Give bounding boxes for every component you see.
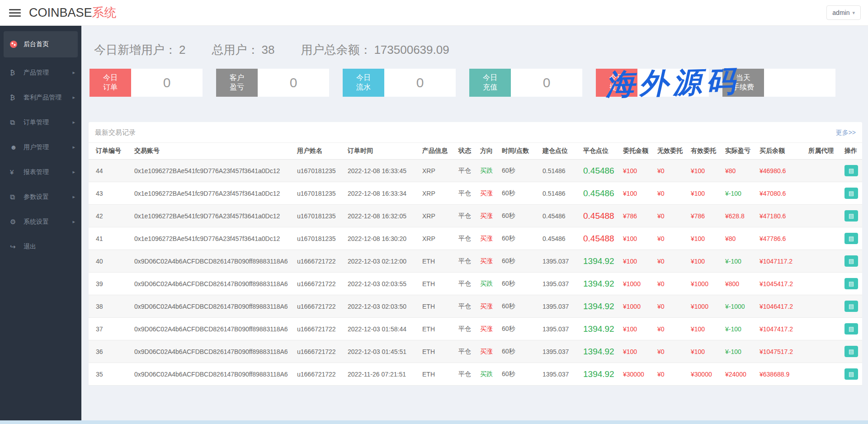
detail-button[interactable]: ▤ [844,346,858,357]
column-header: 平仓点位 [580,143,620,160]
files-icon: ⧉ [10,118,21,127]
cell-duration: 60秒 [499,227,540,250]
panel-title: 最新交易记录 [95,128,136,137]
cell-actions: ▤ [842,250,862,273]
detail-button[interactable]: ▤ [844,368,858,380]
cell-duration: 60秒 [499,182,540,205]
cell-profit: ¥80 [722,160,757,182]
detail-button[interactable]: ▤ [844,301,858,312]
cell-invalid-amount: ¥0 [655,182,688,205]
hamburger-menu-icon[interactable] [9,9,21,17]
cell-duration: 60秒 [499,295,540,318]
cell-username: u1666721722 [294,340,345,363]
cell-valid-amount: ¥100 [688,160,722,182]
cell-account: 0x1e1096272BAe541fc9D776A23f457f3641a0Dc… [132,182,294,205]
gears-icon: ⚙ [10,218,21,226]
detail-button[interactable]: ▤ [844,278,858,289]
table-row: 360x9D06C02A4b6ACFDBCD826147B090ff898831… [89,340,862,363]
detail-button[interactable]: ▤ [844,210,858,221]
stat-card-label: 当天 手续费 [722,69,764,97]
sidebar-item-users[interactable]: ☻用户管理▸ [0,135,81,160]
detail-button[interactable]: ▤ [844,165,858,176]
cell-agent [806,227,842,250]
cell-username: u1670181235 [294,205,345,227]
cell-open-price: 1395.037 [540,295,580,318]
cell-order-id: 39 [89,273,132,295]
sidebar-item-label: 退出 [24,243,36,251]
user-dropdown[interactable]: admin ▾ [826,5,861,20]
column-header: 状态 [456,143,477,160]
cell-product: ETH [420,340,456,363]
cell-invalid-amount: ¥0 [655,318,688,340]
sidebar-item-arbitrage-products[interactable]: ₿套利产品管理▸ [0,85,81,110]
cell-invalid-amount: ¥0 [655,363,688,386]
cell-profit: ¥800 [722,273,757,295]
table-row: 400x9D06C02A4b6ACFDBCD826147B090ff898831… [89,250,862,273]
cell-order-time: 2022-12-08 16:30:20 [345,227,420,250]
cell-open-price: 0.51486 [540,182,580,205]
user-icon: ☻ [10,143,21,151]
cell-valid-amount: ¥100 [688,340,722,363]
stat-card-today-withdraw: 今日 提现 [596,69,709,97]
table-row: 350x9D06C02A4b6ACFDBCD826147B090ff898831… [89,363,862,386]
cell-actions: ▤ [842,273,862,295]
cell-invalid-amount: ¥0 [655,227,688,250]
cell-balance: ¥1046417.2 [757,295,806,318]
cell-order-time: 2022-12-03 02:03:55 [345,273,420,295]
cell-profit: ¥628.8 [722,205,757,227]
sidebar-item-label: 订单管理 [24,118,49,127]
stat-card-customer-pnl: 客户 盈亏0 [216,69,329,97]
cell-status: 平仓 [456,273,477,295]
sidebar-item-params[interactable]: ⧉参数设置▸ [0,184,81,209]
sidebar-item-label: 套利产品管理 [24,94,61,102]
cell-amount: ¥100 [620,227,655,250]
cell-balance: ¥1047517.2 [757,340,806,363]
cell-direction: 买涨 [477,205,499,227]
cell-direction: 买涨 [477,227,499,250]
brand-primary: COINBASE [29,6,92,19]
table-row: 380x9D06C02A4b6ACFDBCD826147B090ff898831… [89,295,862,318]
cell-product: ETH [420,295,456,318]
detail-button[interactable]: ▤ [844,233,858,244]
sidebar-item-reports[interactable]: ¥报表管理▸ [0,160,81,184]
sidebar-item-products[interactable]: ₿产品管理▸ [0,60,81,85]
cell-status: 平仓 [456,227,477,250]
cell-balance: ¥47786.6 [757,227,806,250]
sidebar-item-label: 参数设置 [24,193,49,201]
more-link[interactable]: 更多>> [836,129,856,137]
cell-username: u1666721722 [294,295,345,318]
cell-duration: 60秒 [499,250,540,273]
cell-account: 0x1e1096272BAe541fc9D776A23f457f3641a0Dc… [132,205,294,227]
sidebar-item-label: 用户管理 [24,143,49,151]
cell-username: u1666721722 [294,273,345,295]
column-header: 委托金额 [620,143,655,160]
cell-close-price: 0.45488 [580,205,620,227]
cell-status: 平仓 [456,250,477,273]
cell-order-time: 2022-12-08 16:33:34 [345,182,420,205]
detail-button[interactable]: ▤ [844,255,858,267]
stat-card-today-fee: 当天 手续费 [722,69,835,97]
sidebar-item-home[interactable]: 后台首页 [4,31,78,57]
files-icon: ⧉ [10,193,21,201]
sidebar-item-label: 报表管理 [24,168,49,176]
detail-button[interactable]: ▤ [844,188,858,199]
sidebar-item-logout[interactable]: ↪退出 [0,234,81,259]
cell-account: 0x9D06C02A4b6ACFDBCD826147B090ff89883118… [132,273,294,295]
stat-card-label: 客户 盈亏 [216,69,258,97]
sidebar-item-orders[interactable]: ⧉订单管理▸ [0,110,81,135]
column-header: 所属代理 [806,143,842,160]
cell-duration: 60秒 [499,205,540,227]
cell-close-price: 1394.92 [580,363,620,386]
trades-table: 订单编号交易账号用户姓名订单时间产品信息状态方向时间/点数建仓点位平仓点位委托金… [89,143,862,386]
sidebar-item-system[interactable]: ⚙系统设置▸ [0,209,81,234]
stat-value: 173500639.09 [374,43,449,57]
cell-direction: 买涨 [477,250,499,273]
table-row: 430x1e1096272BAe541fc9D776A23f457f3641a0… [89,182,862,205]
horizontal-scrollbar[interactable] [0,420,868,424]
stat-card-label: 今日 提现 [596,69,637,97]
cell-direction: 买涨 [477,295,499,318]
cell-balance: ¥1045417.2 [757,273,806,295]
detail-button[interactable]: ▤ [844,323,858,334]
sidebar-item-label: 系统设置 [24,218,49,226]
cell-actions: ▤ [842,318,862,340]
